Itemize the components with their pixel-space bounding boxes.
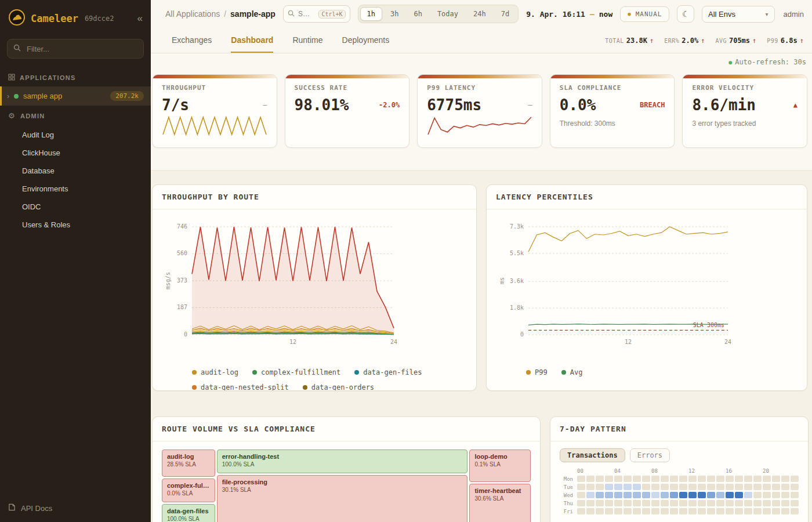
- kpi-sla-compliance: SLA COMPLIANCE 0.0%BREACH Threshold: 300…: [550, 74, 675, 148]
- p99-sparkline: [427, 115, 532, 137]
- heatmap-cell: [781, 476, 789, 482]
- heatmap-cell: [661, 492, 669, 498]
- heatmap-cell: [791, 500, 799, 506]
- toggle-transactions[interactable]: Transactions: [560, 448, 625, 462]
- env-select-value: All Envs: [708, 10, 735, 19]
- seven-day-pattern-card: 7-DAY PATTERN Transactions Errors 000408…: [550, 416, 809, 522]
- manual-refresh-button[interactable]: ● MANUAL: [620, 6, 669, 22]
- sidebar-item-environments[interactable]: Environments: [0, 180, 151, 198]
- sidebar-collapse-button[interactable]: «: [137, 13, 143, 24]
- heatmap-cell: [707, 476, 715, 482]
- tab-deployments[interactable]: Deployments: [342, 28, 390, 53]
- legend-item-P99[interactable]: P99: [526, 368, 548, 376]
- heatmap-cell: [661, 508, 669, 514]
- admin-nav: Audit Log ClickHouse Database Environmen…: [0, 126, 151, 234]
- svg-text:1.8k: 1.8k: [510, 304, 524, 311]
- kpi-p99-latency: P99 LATENCY 6775ms–: [417, 74, 542, 148]
- heatmap-cell: [688, 476, 697, 482]
- dark-mode-toggle[interactable]: ☾: [677, 5, 694, 23]
- heatmap-cell: [642, 500, 650, 506]
- kpi-throughput: THROUGHPUT 7/s–: [152, 74, 277, 148]
- toggle-errors[interactable]: Errors: [630, 448, 670, 462]
- legend-item-data-gen-files[interactable]: data-gen-files: [354, 368, 422, 376]
- heatmap-cell: [744, 500, 752, 506]
- heatmap-cell: [753, 484, 762, 490]
- range-3h[interactable]: 3h: [383, 7, 405, 21]
- route-volume-sla-card: ROUTE VOLUME VS SLA COMPLIANCE audit-log…: [152, 416, 541, 522]
- svg-text:12: 12: [625, 339, 632, 345]
- heatmap-cell: [605, 500, 613, 506]
- up-arrow-icon: ↑: [752, 37, 756, 45]
- svg-text:187: 187: [177, 304, 187, 310]
- range-6h[interactable]: 6h: [407, 7, 429, 21]
- legend-dot: [252, 370, 257, 375]
- svg-text:12: 12: [289, 339, 296, 345]
- treemap-cell-loop-demo[interactable]: loop-demo0.1% SLA: [469, 449, 531, 482]
- range-today[interactable]: Today: [430, 7, 465, 21]
- svg-text:5.5k: 5.5k: [510, 250, 524, 256]
- global-search-input[interactable]: S… Ctrl+K: [283, 5, 350, 23]
- heatmap-cell: [661, 476, 669, 482]
- sidebar-item-sample-app[interactable]: › sample app 207.2k: [0, 86, 151, 106]
- range-24h[interactable]: 24h: [466, 7, 493, 21]
- treemap-cell-complex-fulfillment[interactable]: complex-fulfillment0.0% SLA: [162, 478, 215, 502]
- heatmap-cell: [633, 476, 641, 482]
- heatmap-cell: [651, 500, 659, 506]
- sidebar-item-clickhouse[interactable]: ClickHouse: [0, 144, 151, 162]
- sidebar-item-audit-log[interactable]: Audit Log: [0, 126, 151, 144]
- treemap-cell-sla: 0.0% SLA: [167, 490, 210, 496]
- xy-chart-svg: 01.8k3.6k5.5k7.3k1224msSLA 300ms: [496, 214, 798, 358]
- heatmap-cell: [716, 492, 724, 498]
- legend-item-audit-log[interactable]: audit-log: [192, 368, 238, 376]
- tab-exchanges[interactable]: Exchanges: [172, 28, 212, 53]
- sidebar-item-database[interactable]: Database: [0, 162, 151, 180]
- heatmap-cell: [586, 492, 594, 498]
- legend-item-data-gen-orders[interactable]: data-gen-orders: [303, 383, 374, 391]
- card-title: THROUGHPUT BY ROUTE: [162, 193, 467, 201]
- heatmap-cell: [670, 500, 678, 506]
- heatmap-cell: [651, 484, 659, 490]
- breadcrumb: All Applications / sample-app: [165, 9, 276, 19]
- legend-item-complex-fulfillment[interactable]: complex-fulfillment: [252, 368, 340, 376]
- api-docs-link[interactable]: API Docs: [0, 494, 151, 522]
- user-menu[interactable]: admin: [784, 10, 804, 19]
- breadcrumb-all-applications[interactable]: All Applications: [165, 9, 220, 19]
- treemap-cell-audit-log[interactable]: audit-log28.5% SLA: [162, 449, 215, 477]
- breadcrumb-current: sample-app: [230, 9, 276, 19]
- card-title: LATENCY PERCENTILES: [496, 193, 798, 201]
- time-period[interactable]: 9. Apr. 16:11 — now: [526, 10, 612, 19]
- treemap-cell-file-processing[interactable]: file-processing30.1% SLA: [217, 475, 467, 522]
- instance-id: 69dcce2: [85, 14, 114, 23]
- environment-select[interactable]: All Envs ▾: [702, 6, 775, 23]
- sla-treemap: audit-log28.5% SLAerror-handling-test100…: [162, 449, 531, 522]
- heatmap-row-label: Thu: [560, 501, 576, 506]
- tab-runtime[interactable]: Runtime: [292, 28, 322, 53]
- chevron-down-icon: ▾: [766, 11, 768, 17]
- treemap-cell-data-gen-files[interactable]: data-gen-files100.0% SLA: [162, 504, 215, 522]
- treemap-cell-timer-heartbeat[interactable]: timer-heartbeat30.6% SLA: [469, 484, 531, 522]
- svg-text:3.6k: 3.6k: [510, 278, 524, 284]
- legend-item-data-gen-nested-split[interactable]: data-gen-nested-split: [192, 383, 289, 391]
- stat-avg: AVG705ms↑: [715, 37, 756, 45]
- legend-label: data-gen-orders: [311, 383, 374, 391]
- sidebar-item-users-roles[interactable]: Users & Roles: [0, 216, 151, 234]
- latency-legend: P99Avg: [496, 360, 798, 376]
- range-7d[interactable]: 7d: [494, 7, 516, 21]
- sidebar-item-oidc[interactable]: OIDC: [0, 198, 151, 216]
- heatmap-cell: [577, 476, 585, 482]
- legend-item-Avg[interactable]: Avg: [561, 368, 583, 376]
- range-1h[interactable]: 1h: [360, 7, 382, 21]
- heatmap-cell: [781, 484, 789, 490]
- up-arrow-icon: ↑: [701, 37, 705, 45]
- legend-label: audit-log: [201, 368, 238, 376]
- throughput-sparkline: [162, 115, 267, 137]
- kpi-delta: -2.0%: [379, 101, 400, 109]
- heatmap-cell: [735, 484, 743, 490]
- heatmap-cell: [633, 500, 641, 506]
- sidebar-filter-input[interactable]: [26, 44, 137, 54]
- treemap-cell-error-handling-test[interactable]: error-handling-test100.0% SLA: [217, 449, 467, 473]
- heatmap-cell: [577, 492, 585, 498]
- api-docs-label: API Docs: [21, 504, 52, 513]
- kpi-delta: –: [263, 101, 267, 109]
- tab-dashboard[interactable]: Dashboard: [231, 28, 273, 53]
